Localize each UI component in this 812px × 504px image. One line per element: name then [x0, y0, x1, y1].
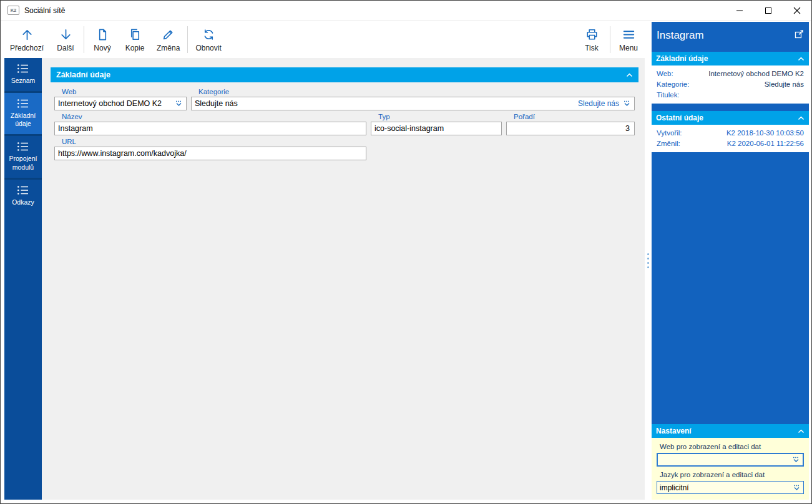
kategorie-input[interactable] — [195, 99, 578, 108]
minimize-button[interactable] — [725, 1, 754, 20]
typ-field[interactable] — [371, 122, 502, 135]
row-value: Internetový obchod DEMO K2 — [708, 70, 804, 77]
new-button[interactable]: Nový — [86, 22, 119, 57]
refresh-button[interactable]: Obnovit — [190, 22, 227, 57]
settings-web-input[interactable] — [660, 455, 790, 464]
form-row: Web Kategorie Sledujte nás — [54, 85, 635, 110]
chevron-up-icon — [798, 429, 805, 434]
splitter[interactable] — [645, 22, 652, 500]
sidebar-item-label: Seznam — [11, 77, 36, 85]
main-content: Základní údaje Web Kategorie — [42, 58, 645, 500]
new-button-label: Nový — [94, 44, 110, 52]
window-title: Sociální sítě — [24, 6, 65, 15]
nazev-input[interactable] — [58, 124, 363, 133]
url-field-group: URL — [54, 135, 366, 160]
row-label: Kategorie: — [657, 80, 689, 88]
open-in-window-icon — [795, 29, 804, 39]
poradi-field-label: Pořadí — [514, 113, 635, 120]
row-label: Změnil: — [657, 140, 680, 147]
web-input[interactable] — [58, 99, 173, 108]
lookup-dropdown-icon[interactable] — [623, 100, 631, 107]
settings-language-input[interactable] — [660, 483, 791, 492]
splitter-dot — [647, 262, 649, 264]
list-icon — [17, 142, 29, 152]
lookup-dropdown-icon[interactable] — [792, 456, 800, 463]
settings-section-body: Web pro zobrazení a editaci dat Jazyk pr… — [652, 438, 809, 500]
form-row: Název Typ Pořadí — [54, 110, 635, 135]
kategorie-field-group: Kategorie Sledujte nás — [191, 85, 635, 110]
url-field[interactable] — [54, 147, 366, 160]
preview-row: Kategorie: Sledujte nás — [652, 79, 809, 89]
panel-title: Základní údaje — [56, 70, 110, 79]
section-title: Nastavení — [656, 427, 692, 435]
edit-button[interactable]: Změna — [151, 22, 185, 57]
maximize-button[interactable] — [754, 1, 783, 20]
sidebar-item-propojeni-modulu[interactable]: Propojení modulů — [4, 134, 42, 177]
preview-spacer — [652, 152, 809, 424]
sidebar: Seznam Základní údaje Propojení modulů O… — [4, 58, 42, 500]
form-row: URL — [54, 135, 635, 160]
row-value: K2 2018-10-30 10:03:50 — [726, 129, 804, 137]
app-icon[interactable]: K2 — [7, 6, 19, 15]
web-field-group: Web — [54, 85, 187, 110]
nazev-field[interactable] — [54, 122, 366, 135]
preview-row: Změnil: K2 2020-06-01 11:22:56 — [652, 138, 809, 148]
close-button[interactable] — [783, 1, 811, 20]
settings-web-label: Web pro zobrazení a editaci dat — [660, 443, 804, 450]
toolbar-separator — [187, 26, 188, 53]
collapse-button[interactable] — [798, 57, 805, 61]
preview-basic-section-body: Web: Internetový obchod DEMO K2 Kategori… — [652, 65, 809, 104]
toolbar: Předchozí Další Nový Kopie Změna Obnovit… — [4, 22, 645, 57]
list-icon — [17, 185, 29, 195]
section-title: Základní údaje — [656, 54, 708, 63]
collapse-button[interactable] — [798, 429, 805, 434]
sidebar-item-zakladni-udaje[interactable]: Základní údaje — [4, 91, 42, 134]
section-gap — [652, 104, 809, 111]
poradi-input[interactable] — [510, 124, 631, 133]
settings-language-field[interactable] — [657, 481, 804, 494]
preview-title: Instagram — [657, 28, 704, 43]
section-title: Ostatní údaje — [656, 114, 703, 122]
copy-icon — [128, 27, 142, 42]
previous-button[interactable]: Předchozí — [4, 22, 49, 57]
settings-section-header: Nastavení — [652, 424, 809, 438]
sidebar-item-odkazy[interactable]: Odkazy — [4, 178, 42, 213]
typ-input[interactable] — [374, 124, 498, 133]
sidebar-item-seznam[interactable]: Seznam — [4, 58, 42, 91]
kategorie-field[interactable]: Sledujte nás — [191, 97, 635, 110]
preview-row: Web: Internetový obchod DEMO K2 — [652, 68, 809, 79]
collapse-button[interactable] — [798, 116, 805, 120]
chevron-up-icon — [626, 73, 633, 77]
typ-field-label: Typ — [378, 113, 502, 120]
print-button[interactable]: Tisk — [575, 22, 608, 57]
next-button[interactable]: Další — [49, 22, 82, 57]
minimize-icon — [736, 7, 743, 14]
url-input[interactable] — [58, 149, 363, 158]
refresh-button-label: Obnovit — [195, 44, 221, 52]
window-controls — [725, 1, 811, 20]
previous-button-label: Předchozí — [10, 44, 44, 52]
open-in-window-button[interactable] — [795, 29, 804, 41]
collapse-button[interactable] — [626, 73, 633, 77]
settings-web-field[interactable] — [657, 453, 804, 467]
menu-button[interactable]: Menu — [612, 22, 645, 57]
preview-titlebar: Instagram — [652, 22, 809, 52]
nazev-field-group: Název — [54, 110, 366, 135]
lookup-dropdown-icon[interactable] — [793, 484, 801, 492]
web-field[interactable] — [54, 97, 187, 110]
nazev-field-label: Název — [62, 113, 366, 120]
sidebar-item-label: Základní údaje — [6, 112, 41, 128]
basic-data-panel-body: Web Kategorie Sledujte nás — [51, 82, 638, 168]
settings-language-label: Jazyk pro zobrazení a editaci dat — [660, 471, 804, 478]
arrow-up-icon — [20, 27, 34, 42]
row-label: Vytvořil: — [657, 129, 682, 137]
poradi-field[interactable] — [506, 122, 635, 135]
list-icon — [17, 64, 29, 74]
preview-row: Vytvořil: K2 2018-10-30 10:03:50 — [652, 127, 809, 138]
preview-basic-section-header: Základní údaje — [652, 52, 809, 65]
print-button-label: Tisk — [585, 44, 599, 52]
copy-button[interactable]: Kopie — [119, 22, 151, 57]
pencil-icon — [161, 27, 175, 42]
lookup-dropdown-icon[interactable] — [175, 100, 183, 107]
next-button-label: Další — [57, 44, 74, 52]
